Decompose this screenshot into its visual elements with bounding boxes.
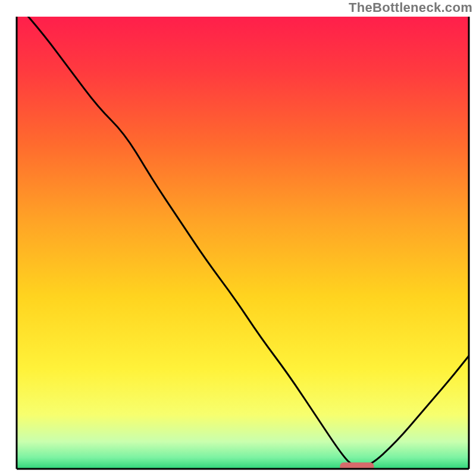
plot-background — [17, 17, 469, 469]
bottleneck-chart — [0, 0, 476, 476]
attribution-text: TheBottleneck.com — [349, 0, 472, 15]
